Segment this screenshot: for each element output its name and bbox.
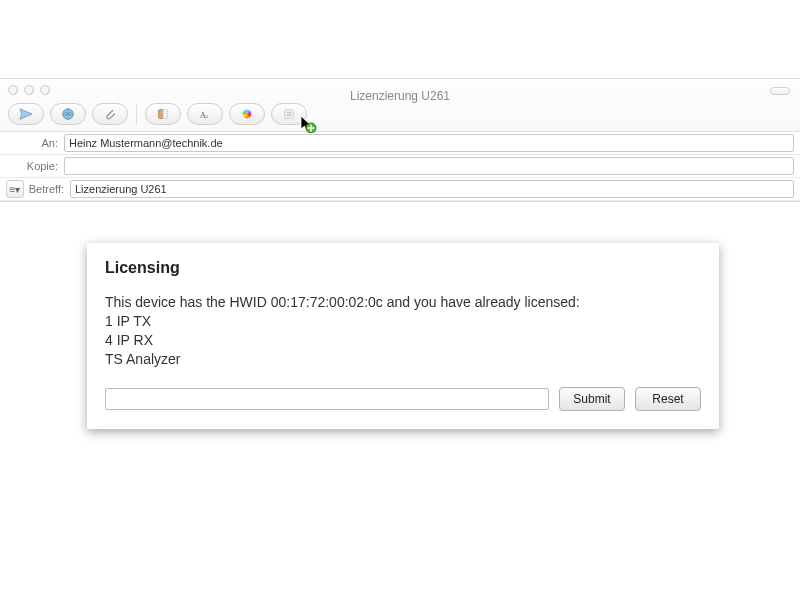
svg-rect-1	[159, 110, 163, 119]
color-icon	[240, 107, 254, 121]
licensing-panel: Licensing This device has the HWID 00:17…	[87, 243, 719, 429]
to-field-row: An:	[0, 132, 800, 155]
address-button[interactable]	[145, 103, 181, 125]
toolbar-separator	[136, 103, 137, 125]
send-icon	[19, 107, 33, 121]
cc-label: Kopie:	[6, 160, 64, 172]
svg-rect-2	[163, 110, 167, 119]
licensing-form: Submit Reset	[105, 387, 701, 411]
to-input[interactable]	[64, 134, 794, 152]
licensing-intro: This device has the HWID 00:17:72:00:02:…	[105, 293, 701, 312]
attach-button[interactable]	[92, 103, 128, 125]
globe-icon	[61, 107, 75, 121]
license-item: TS Analyzer	[105, 350, 701, 369]
mail-header-fields: An: Kopie: ≡▾ Betreff:	[0, 131, 800, 201]
reset-button[interactable]: Reset	[635, 387, 701, 411]
licensing-heading: Licensing	[105, 259, 701, 277]
licensing-body: This device has the HWID 00:17:72:00:02:…	[105, 293, 701, 369]
license-item: 1 IP TX	[105, 312, 701, 331]
mail-toolbar: Aa	[0, 99, 800, 131]
fonts-icon: Aa	[198, 107, 212, 121]
svg-text:a: a	[205, 112, 209, 120]
list-icon	[282, 107, 296, 121]
subject-input[interactable]	[70, 180, 794, 198]
subject-field-row: ≡▾ Betreff:	[0, 178, 800, 201]
collapse-toolbar-button[interactable]	[770, 87, 790, 95]
address-icon	[156, 107, 170, 121]
color-button[interactable]	[229, 103, 265, 125]
license-key-input[interactable]	[105, 388, 549, 410]
mail-compose-window: Lizenzierung U261 Aa	[0, 78, 800, 202]
send-button[interactable]	[8, 103, 44, 125]
license-item: 4 IP RX	[105, 331, 701, 350]
fields-menu-toggle[interactable]: ≡▾	[6, 180, 24, 198]
cc-field-row: Kopie:	[0, 155, 800, 178]
attach-icon	[103, 107, 117, 121]
subject-label: Betreff:	[24, 183, 70, 195]
web-button[interactable]	[50, 103, 86, 125]
list-button[interactable]	[271, 103, 307, 125]
submit-button[interactable]: Submit	[559, 387, 625, 411]
cc-input[interactable]	[64, 157, 794, 175]
to-label: An:	[6, 137, 64, 149]
fonts-button[interactable]: Aa	[187, 103, 223, 125]
